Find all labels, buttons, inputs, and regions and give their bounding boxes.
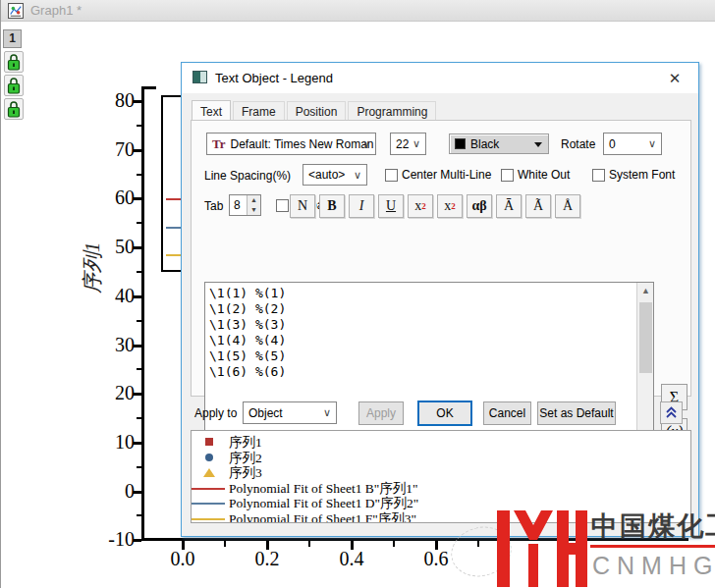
bold-button[interactable]: B: [319, 194, 345, 218]
spinner-arrows[interactable]: ▲▼: [247, 195, 260, 215]
y-minor-tick: [137, 271, 141, 273]
legend-preview-row: 序列3: [192, 464, 690, 480]
close-icon[interactable]: ✕: [665, 69, 685, 88]
center-multiline-checkbox[interactable]: Center Multi-Line: [385, 168, 491, 182]
underline-button[interactable]: U: [378, 194, 404, 218]
y-axis-line: [141, 86, 144, 541]
white-out-label: White Out: [518, 168, 570, 182]
x-tick-label: 0.4: [327, 548, 376, 570]
chevron-down-icon: ∨: [412, 137, 420, 150]
y-tick-label: 10: [87, 431, 135, 454]
window-title: Graph1 *: [30, 3, 82, 18]
dialog-title: Text Object - Legend: [215, 71, 333, 85]
y-minor-tick: [137, 174, 141, 176]
dropdown-arrow-icon: [534, 142, 542, 147]
font-size-select[interactable]: 22 ∨: [390, 133, 426, 155]
y-tick-label: 30: [87, 334, 135, 356]
set-as-default-button[interactable]: Set as Default: [537, 401, 616, 425]
scroll-up-icon[interactable]: ▲: [637, 283, 654, 299]
y-minor-tick: [137, 417, 141, 419]
tab-position[interactable]: Position: [287, 101, 347, 121]
y-minor-tick: [137, 320, 141, 322]
dot-above-button[interactable]: Å: [555, 194, 580, 218]
y-minor-tick: [137, 466, 141, 468]
tab-programming[interactable]: Programming: [348, 101, 436, 121]
legend-preview-row: Polynomial Fit of Sheet1 B"序列1": [192, 480, 690, 496]
checkbox-box: [501, 169, 514, 182]
tab-stepper[interactable]: 8 ▲▼: [229, 194, 261, 216]
circle-marker-icon: [205, 454, 213, 461]
chevron-down-icon: ∨: [354, 169, 361, 182]
x-minor-tick: [477, 541, 479, 547]
chevron-down-icon: ∨: [362, 137, 370, 150]
legend-preview-box: 序列1序列2序列3Polynomial Fit of Sheet1 B"序列1"…: [191, 430, 691, 523]
apply-to-select[interactable]: Object ∨: [243, 401, 337, 424]
subscript-button[interactable]: x2: [437, 194, 463, 218]
font-color-value: Black: [470, 137, 499, 151]
cancel-button[interactable]: Cancel: [483, 401, 531, 425]
font-color-select[interactable]: Black: [449, 134, 549, 154]
lock-icon: [7, 101, 21, 118]
lock-button-3[interactable]: [4, 98, 24, 120]
chevron-down-icon: ∨: [648, 137, 656, 150]
line-spacing-label: Line Spacing(%): [204, 169, 291, 183]
layer-1-button[interactable]: 1: [3, 29, 22, 48]
lock-button-1[interactable]: [4, 51, 24, 73]
font-size-value: 22: [396, 137, 409, 151]
tab-frame[interactable]: Frame: [233, 101, 285, 121]
chevron-down-icon: ∨: [323, 406, 331, 419]
y-tick-label: -10: [87, 528, 135, 551]
rotate-label: Rotate: [561, 137, 595, 151]
y-minor-tick: [137, 514, 141, 516]
system-font-label: System Font: [609, 168, 675, 182]
double-chevron-up-icon: [661, 402, 682, 423]
italic-button[interactable]: I: [349, 194, 374, 218]
x-minor-tick: [308, 541, 310, 547]
ok-button[interactable]: OK: [417, 401, 472, 426]
tab-value: 8: [234, 198, 241, 212]
spinner-down-icon[interactable]: ▼: [248, 205, 260, 215]
dialog-icon: [192, 71, 207, 83]
rotate-select[interactable]: 0 ∨: [603, 133, 662, 155]
overbar-button[interactable]: Ā: [496, 194, 522, 218]
system-font-checkbox[interactable]: System Font: [592, 168, 675, 182]
tab-text[interactable]: Text: [192, 100, 231, 120]
font-icon: Tr: [212, 136, 225, 152]
line-spacing-select[interactable]: <auto> ∨: [302, 164, 367, 186]
y-tick-label: 80: [87, 89, 135, 112]
line-spacing-value: <auto>: [308, 168, 345, 182]
font-family-value: Default: Times New Roman: [230, 137, 373, 151]
dialog-button-row: Apply to Object ∨ Apply OK Cancel Set as…: [182, 401, 700, 426]
checkbox-box: [592, 169, 605, 182]
lock-icon: [7, 54, 21, 71]
legend-preview-row: Polynomial Fit of Sheet1 D"序列2": [192, 495, 690, 510]
apply-to-value: Object: [248, 406, 283, 420]
y-tick-label: 60: [87, 187, 135, 209]
white-out-checkbox[interactable]: White Out: [501, 168, 570, 182]
scrollbar-thumb[interactable]: [639, 302, 652, 373]
graph-window-icon: [8, 3, 24, 19]
dialog-titlebar[interactable]: Text Object - Legend ✕: [182, 63, 698, 93]
superscript-button[interactable]: x2: [408, 194, 433, 218]
x-minor-tick: [393, 541, 395, 547]
apply-button[interactable]: Apply: [358, 401, 404, 425]
dialog-tabs: Text Frame Position Programming: [192, 101, 438, 121]
tilde-button[interactable]: Ã: [525, 194, 551, 218]
graph-window: Graph1 * 1 80706050403020100-10 0.00.20.…: [0, 0, 715, 588]
lock-button-2[interactable]: [4, 75, 24, 96]
square-marker-icon: [205, 438, 213, 446]
watermark-en-text: CNMHG: [592, 552, 715, 580]
y-tick-label: 0: [87, 480, 135, 503]
greek-button[interactable]: αβ: [467, 194, 492, 218]
watermark-divider: [590, 545, 715, 548]
spinner-up-icon[interactable]: ▲: [248, 195, 260, 205]
legend-preview-row: 序列1: [192, 434, 690, 450]
legend-preview-row: 序列2: [192, 450, 690, 465]
font-family-select[interactable]: Tr Default: Times New Roman ∨: [206, 133, 376, 155]
normal-button[interactable]: N: [290, 194, 315, 218]
legend-preview-row: Polynomial Fit of Sheet1 F"序列3": [192, 510, 690, 523]
x-tick-label: 0.6: [412, 548, 461, 570]
collapse-button[interactable]: [660, 401, 683, 424]
legend-text-content: \1(1) %(1) \1(2) %(2) \1(3) %(3) \1(4) %…: [205, 283, 653, 380]
y-minor-tick: [137, 125, 141, 127]
